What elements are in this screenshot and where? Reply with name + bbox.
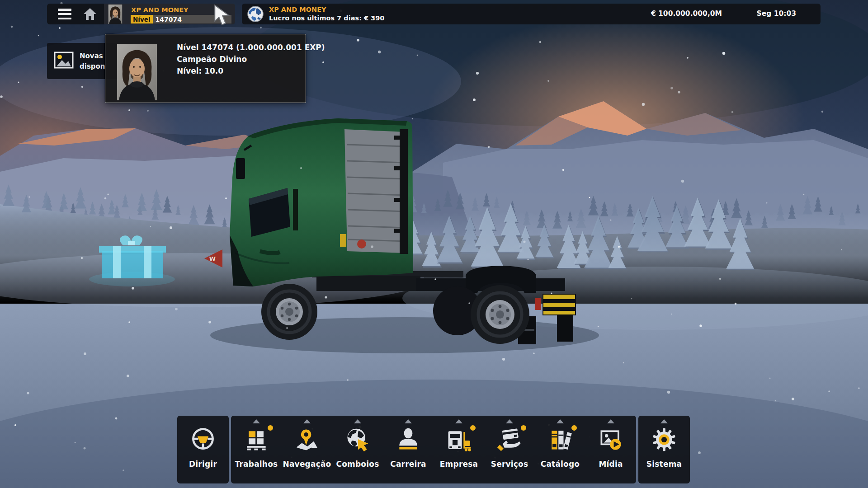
cargo-pallet-icon [243, 425, 270, 454]
menu-label: Catálogo [541, 460, 580, 469]
menu-block-drive: Dirigir [177, 416, 229, 483]
menu-label: Comboios [336, 460, 379, 469]
photo-notification-icon [54, 52, 74, 70]
menu-label: Dirigir [189, 460, 217, 469]
menu-item-servicos[interactable]: Serviços [484, 416, 535, 483]
up-arrow-icon [405, 419, 412, 423]
profile-avatar [108, 5, 123, 24]
menu-item-navegacao[interactable]: Navegação [282, 416, 332, 483]
up-arrow-icon [303, 419, 311, 423]
hand-card-icon [496, 425, 523, 454]
menu-item-empresa[interactable]: Empresa [434, 416, 484, 483]
up-arrow-icon [506, 419, 513, 423]
menu-label: Trabalhos [235, 460, 278, 469]
up-arrow-icon [660, 419, 668, 423]
menu-item-catalogo[interactable]: Catálogo [535, 416, 585, 483]
bottom-menu-bar: Dirigir Trabalhos [177, 416, 690, 483]
menu-item-comboios[interactable]: Comboios [332, 416, 383, 483]
menu-item-carreira[interactable]: Carreira [383, 416, 434, 483]
notification-dot [521, 425, 526, 431]
header-profile-bar: XP AND MONEY Nível 147074 [47, 4, 235, 24]
notification-text: Novas dispon [80, 51, 105, 72]
menu-label: Serviços [491, 460, 528, 469]
up-arrow-icon [607, 419, 614, 423]
up-arrow-icon [253, 419, 260, 423]
time-display: Seg 10:03 [756, 9, 796, 18]
steering-wheel-icon [189, 425, 217, 454]
person-icon [395, 425, 422, 454]
menu-label: Sistema [646, 460, 682, 469]
gear-icon [651, 425, 678, 454]
svg-text:W: W [209, 255, 216, 262]
rear-wheel [471, 285, 529, 344]
mouse-cursor [213, 5, 231, 27]
menu-label: Navegação [283, 460, 331, 469]
level-badge: Nível [131, 15, 153, 23]
up-arrow-icon [557, 419, 564, 423]
home-icon[interactable] [83, 8, 97, 20]
company-name: XP AND MONEY [269, 6, 326, 13]
map-pin-icon [293, 425, 321, 454]
header-company-bar: XP AND MONEY Lucro nos últimos 7 dias: €… [242, 4, 821, 24]
books-icon [547, 425, 574, 454]
profile-name: XP AND MONEY [131, 6, 189, 14]
globe-cursor-icon [344, 425, 371, 454]
company-globe-icon[interactable] [247, 5, 264, 23]
menu-item-trabalhos[interactable]: Trabalhos [231, 416, 282, 483]
notification-dot [470, 425, 476, 431]
notification-dot [268, 425, 273, 431]
media-player-icon [597, 425, 624, 454]
notification-dot [571, 425, 577, 431]
level-value: 147074 [153, 16, 182, 23]
menu-hamburger-button[interactable] [58, 9, 71, 19]
truck-forklift-icon [445, 425, 472, 454]
menu-item-dirigir[interactable]: Dirigir [177, 416, 229, 483]
up-arrow-icon [455, 419, 462, 423]
menu-label: Carreira [390, 460, 426, 469]
money-display: € 100.000.000,0M [651, 9, 722, 18]
menu-item-sistema[interactable]: Sistema [638, 416, 690, 483]
menu-item-midia[interactable]: Mídia [585, 416, 636, 483]
company-profit: Lucro nos últimos 7 dias: € 390 [269, 14, 384, 22]
menu-block-main: Trabalhos Navegação [231, 416, 636, 483]
menu-block-system: Sistema [638, 416, 690, 483]
profile-photo [117, 44, 157, 100]
profile-tooltip-text: Nível 147074 (1.000.000.001 EXP) Campeão… [177, 42, 325, 77]
menu-label: Mídia [599, 460, 623, 469]
up-arrow-icon [354, 419, 361, 423]
profile-tooltip: Nível 147074 (1.000.000.001 EXP) Campeão… [105, 34, 306, 103]
menu-label: Empresa [440, 460, 478, 469]
front-wheel [261, 284, 317, 340]
